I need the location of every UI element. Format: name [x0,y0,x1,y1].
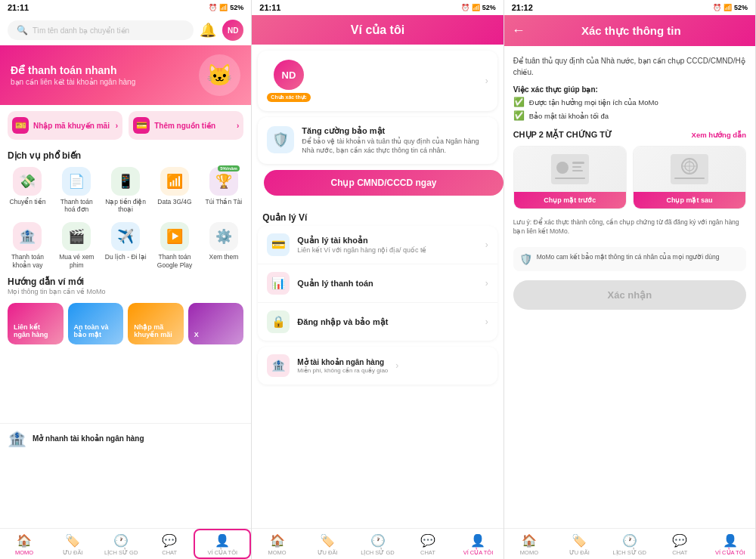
login-security-chevron: › [485,317,488,327]
nav-history[interactable]: 🕐 LỊCH SỬ GD [97,529,145,559]
add-money-button[interactable]: 💳 Thêm nguồn tiền › [129,111,243,140]
search-bar[interactable]: 🔍 Tìm tên danh bạ chuyển tiền [8,20,194,40]
nav-v-history[interactable]: 🕐 LỊCH SỬ GD [605,529,655,559]
grid-item-google-play[interactable]: ▶️ Thanh toán Google Play [152,219,198,271]
promo-code-button[interactable]: 🎫 Nhập mã khuyến mãi › [8,111,122,140]
nav-chat[interactable]: 💬 CHAT [145,529,194,559]
manage-account-item[interactable]: 💳 Quản lý tài khoản Liên kết Ví với ngân… [258,226,497,264]
guide-card-x[interactable]: X [188,303,244,344]
nav-w-momo-label: MOMO [268,549,286,556]
momo-nav-icon: 🏠 [17,533,32,548]
login-security-icon: 🔒 [267,310,290,333]
svg-rect-2 [572,162,584,164]
manage-account-chevron: › [485,239,488,250]
battery-home: 52% [230,4,243,11]
history-icon-v: 🕐 [622,533,637,548]
security-description: Để bảo vệ tài khoản và tuân thủ quy định… [302,137,488,155]
nav-w-momo[interactable]: 🏠 MOMO [252,529,302,559]
verify-title: Xác thực thông tin [533,24,730,38]
grid-item-bill[interactable]: 📄 Thanh toán hoá đơn [54,164,100,216]
grid-item-data[interactable]: 📶 Data 3G/4G [152,164,198,216]
wifi-icon: 📶 [219,4,228,11]
guide-section: Hướng dẫn ví mới Mọi thông tin bạn cần v… [0,272,251,298]
nav-v-deals[interactable]: 🏷️ ƯU ĐÃI [554,529,604,559]
nav-deals[interactable]: 🏷️ ƯU ĐÃI [48,529,97,559]
check-icon-2: ✅ [513,110,525,121]
avatar-wrap: ND Chưa xác thực [267,60,310,102]
open-bank-text: Mở tài khoản ngân hàng Miễn phí, không c… [297,358,388,374]
momo-icon-v: 🏠 [522,533,537,548]
wifi-icon-w: 📶 [472,4,480,11]
verify-content: Để tuân thủ quy định của Nhà nước, bạn c… [504,46,755,528]
profile-card[interactable]: ND Chưa xác thực › [258,51,497,111]
grid-item-more[interactable]: ⚙️ Xem them [200,219,246,271]
guide-card-promo[interactable]: Nhập mã khuyến mãi [128,303,184,344]
nav-w-wallet[interactable]: 👤 VÍ CỦA TÔI [453,529,503,559]
wallet-avatar: ND [274,60,304,90]
security-shield-icon: 🛡️ [267,126,294,153]
manage-account-icon: 💳 [267,233,290,256]
nav-v-chat[interactable]: 💬 CHAT [655,529,705,559]
grid-item-travel[interactable]: ✈️ Du lịch - Đi lại [103,219,149,271]
nav-v-wallet[interactable]: 👤 VÍ CỦA TÔI [705,529,755,559]
battery-verify: 52% [734,4,748,11]
guide-card-bank[interactable]: Liên kết ngân hàng [8,303,64,344]
verify-button[interactable]: Chụp CMND/CCCD ngay [264,170,503,196]
nav-w-history[interactable]: 🕐 LỊCH SỬ GD [352,529,402,559]
back-capture-button[interactable]: Chụp mặt sau [634,192,745,208]
security-text: Tăng cường bảo mật Để bảo vệ tài khoản v… [302,126,488,155]
front-capture-button[interactable]: Chụp mặt trước [514,192,626,208]
guide-card-security[interactable]: An toàn và bảo mật [68,303,124,344]
confirm-button[interactable]: Xác nhận [513,280,746,310]
screen-verify: 21:12 ⏰ 📶 52% ← Xác thực thông tin Để tu… [504,0,756,559]
benefit-text-2: Bảo mật tài khoản tối đa [529,112,609,120]
guide-card-security-label: An toàn và bảo mật [74,323,118,338]
benefit-item-2: ✅ Bảo mật tài khoản tối đa [513,110,746,121]
nav-wallet[interactable]: 👤 VÍ CỦA TÔI [194,529,251,559]
manage-payment-title: Quản lý thanh toán [297,279,477,289]
grid-item-topup[interactable]: 📱 Nạp tiền điện thoại [103,164,149,216]
more-label: Xem them [209,253,239,261]
time-verify: 21:12 [512,3,533,12]
grid-item-transfer[interactable]: 💸 Chuyển tiền [5,164,51,216]
banner-mascot: 🐱 [199,54,240,96]
back-button[interactable]: ← [512,23,525,39]
nav-w-chat[interactable]: 💬 CHAT [403,529,453,559]
open-bank-item[interactable]: 🏦 Mở tài khoản ngân hàng Miễn phí, không… [258,347,497,385]
open-bank-sub: Miễn phí, không cần ra quầy giao [297,367,388,374]
more-icon: ⚙️ [209,222,238,251]
bell-icon[interactable]: 🔔 [200,22,216,39]
quick-actions: 🎫 Nhập mã khuyến mãi › 💳 Thêm nguồn tiền… [0,105,251,146]
nav-v-momo[interactable]: 🏠 MOMO [504,529,554,559]
home-header: 🔍 Tìm tên danh bạ chuyển tiền 🔔 ND [0,15,251,45]
time-home: 21:11 [8,3,29,12]
wallet-menu: 💳 Quản lý tài khoản Liên kết Ví với ngân… [258,226,497,341]
wifi-icon-v: 📶 [723,4,732,11]
guide-link[interactable]: Xem hướng dẫn [692,131,746,139]
promo-arrow: › [116,122,118,130]
manage-payment-item[interactable]: 📊 Quản lý thanh toán › [258,264,497,303]
promo-icon: 🎫 [12,117,29,134]
grid-item-than-tai[interactable]: 🏆5%/năm Túi Thần Tài [200,164,246,216]
topup-icon: 📱 [111,167,140,196]
grid-item-loan[interactable]: 🏦 Thanh toán khoản vay [5,219,51,271]
verify-button-wrap: Chụp CMND/CCCD ngay [252,170,503,208]
grid-item-movie[interactable]: 🎬 Mua vé xem phim [54,219,100,271]
login-security-item[interactable]: 🔒 Đăng nhập và bảo mật › [258,303,497,341]
nav-w-deals[interactable]: 🏷️ ƯU ĐÃI [302,529,352,559]
capture-note: Lưu ý: Để xác thực thành công, cần chụp … [513,218,746,236]
capture-section-header: CHỤP 2 MẶT CHỨNG TỪ Xem hướng dẫn [513,130,746,140]
wallet-icon-w: 👤 [470,533,485,548]
nav-momo[interactable]: 🏠 MOMO [0,529,48,559]
nav-w-wallet-label: VÍ CỦA TÔI [463,549,494,556]
nav-history-label: LỊCH SỬ GD [104,549,138,556]
transfer-icon: 💸 [13,167,42,196]
open-bank-label: Mở tài khoản ngân hàng [297,358,388,366]
chat-nav-icon: 💬 [162,533,177,548]
history-icon-w: 🕐 [370,533,386,548]
nav-w-history-label: LỊCH SỬ GD [361,549,394,556]
user-avatar[interactable]: ND [222,20,243,41]
svg-rect-5 [555,178,585,179]
movie-label: Mua vé xem phim [55,253,98,268]
capture-title: CHỤP 2 MẶT CHỨNG TỪ [513,130,612,140]
